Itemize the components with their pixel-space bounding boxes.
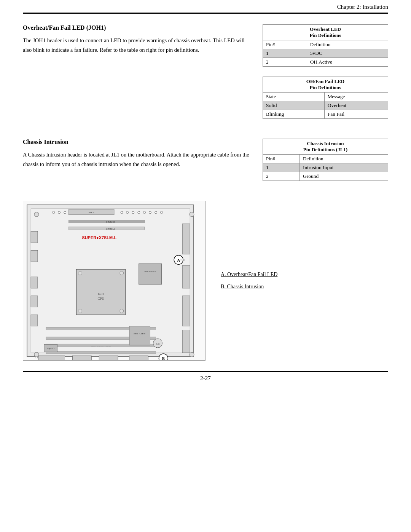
msg-cell: Fan Fail: [324, 110, 388, 119]
table-row: Solid Overheat: [263, 101, 388, 110]
pin-num: 1: [263, 163, 300, 172]
state-cell: Blinking: [263, 110, 325, 119]
table-row: 1 Intrusion Input: [263, 163, 388, 172]
svg-text:B: B: [162, 356, 165, 360]
page-number: 2-27: [200, 375, 211, 381]
svg-rect-38: [182, 265, 190, 288]
svg-point-8: [126, 211, 129, 214]
svg-rect-36: [46, 351, 156, 354]
section-chassis-right: Chassis Intrusion Pin Definitions (JL1) …: [263, 139, 388, 187]
svg-point-6: [64, 211, 66, 214]
svg-point-26: [120, 309, 124, 313]
msg-cell: Overheat: [324, 101, 388, 110]
fanfail-col-state: State: [263, 93, 325, 101]
page-header: Chapter 2: Installation: [23, 0, 388, 14]
pin-num: 1: [263, 49, 307, 58]
svg-point-10: [138, 211, 140, 214]
section-chassis-left: Chassis Intrusion A Chassis Intrusion he…: [23, 139, 251, 187]
svg-rect-47: [73, 356, 92, 360]
svg-point-25: [78, 309, 82, 313]
svg-point-4: [53, 211, 55, 214]
svg-text:PWR: PWR: [89, 211, 94, 214]
motherboard-diagram: PWR DIMM1B DIMM1A SUP: [23, 201, 206, 361]
svg-point-9: [132, 211, 134, 214]
page-footer: 2-27: [23, 371, 388, 382]
svg-rect-27: [139, 264, 162, 284]
svg-point-7: [121, 211, 123, 214]
svg-point-57: [190, 212, 194, 217]
svg-rect-45: [31, 315, 38, 326]
svg-text:Clock: Clock: [180, 259, 185, 261]
table-row: 2 OH Active: [263, 58, 388, 67]
svg-rect-49: [129, 356, 148, 360]
table-row: Blinking Fan Fail: [263, 110, 388, 119]
svg-point-5: [58, 211, 61, 214]
svg-rect-41: [31, 232, 38, 243]
section-overheat: Overheat/Fan Fail LED (JOH1) The JOH1 he…: [23, 24, 388, 125]
svg-text:JL1: JL1: [35, 356, 38, 359]
svg-text:Intel 945GC: Intel 945GC: [143, 270, 157, 273]
svg-rect-40: [182, 330, 190, 353]
section-overheat-left: Overheat/Fan Fail LED (JOH1) The JOH1 he…: [23, 24, 251, 125]
chassis-col-pin: Pin#: [263, 155, 300, 163]
svg-text:Super IO: Super IO: [47, 347, 54, 350]
svg-text:Intel: Intel: [98, 292, 104, 296]
svg-rect-39: [182, 296, 190, 326]
section-overheat-right: Overheat LED Pin Definitions Pin# Defini…: [263, 24, 388, 125]
svg-rect-48: [99, 356, 118, 360]
motherboard-svg: PWR DIMM1B DIMM1A SUP: [23, 201, 205, 360]
overheat-body: The JOH1 header is used to connect an LE…: [23, 36, 251, 54]
svg-rect-43: [31, 277, 38, 288]
label-a: A. Overheat/Fan Fail LED: [221, 272, 388, 278]
pin-num: 2: [263, 172, 300, 181]
pin-def: Intrusion Input: [300, 163, 388, 172]
chassis-col-def: Definition: [300, 155, 388, 163]
svg-rect-42: [31, 250, 38, 262]
svg-point-23: [78, 271, 82, 275]
overheat-heading: Overheat/Fan Fail LED (JOH1): [23, 24, 251, 31]
svg-text:SUPER●X7SLM-L: SUPER●X7SLM-L: [82, 235, 116, 240]
svg-point-12: [149, 211, 151, 214]
fanfail-table: State Message Solid Overheat Blinking Fa…: [263, 92, 388, 119]
table-row: 1 5vDC: [263, 49, 388, 58]
fanfail-col-msg: Message: [324, 93, 388, 101]
page: Chapter 2: Installation Overheat/Fan Fai…: [0, 0, 411, 532]
chassis-table-title: Chassis Intrusion Pin Definitions (JL1): [263, 139, 388, 154]
svg-text:Intel ICH7S: Intel ICH7S: [134, 332, 146, 335]
svg-rect-44: [31, 296, 38, 307]
svg-point-56: [34, 212, 39, 217]
svg-point-59: [190, 352, 194, 357]
svg-text:DIMM1B: DIMM1B: [106, 221, 115, 223]
chassis-heading: Chassis Intrusion: [23, 139, 251, 145]
pin-def: Ground: [300, 172, 388, 181]
pin-num: 2: [263, 58, 307, 67]
svg-point-14: [160, 211, 162, 214]
chapter-title: Chapter 2: Installation: [337, 4, 388, 10]
bottom-section: PWR DIMM1B DIMM1A SUP: [23, 201, 388, 361]
svg-text:DIMM1A: DIMM1A: [106, 228, 115, 230]
overheat-led-table: Pin# Definition 1 5vDC 2 OH Active: [263, 40, 388, 67]
svg-rect-50: [129, 326, 150, 345]
overheat-col-pin: Pin#: [263, 40, 307, 49]
chassis-body: A Chassis Intrusion header is located at…: [23, 150, 251, 169]
section-chassis: Chassis Intrusion A Chassis Intrusion he…: [23, 139, 388, 187]
pin-def: OH Active: [307, 58, 388, 67]
svg-text:CPU: CPU: [97, 297, 104, 300]
svg-text:A: A: [177, 258, 180, 262]
svg-rect-46: [38, 356, 65, 360]
svg-point-24: [120, 271, 124, 275]
overheat-col-def: Definition: [307, 40, 388, 49]
diagram-labels: A. Overheat/Fan Fail LED B. Chassis Intr…: [217, 201, 388, 361]
label-b: B. Chassis Intrusion: [221, 284, 388, 290]
state-cell: Solid: [263, 101, 325, 110]
chassis-table: Pin# Definition 1 Intrusion Input 2 Grou…: [263, 154, 388, 181]
fanfail-table-title: OH/Fan Fail LED Pin Definitions: [263, 77, 388, 92]
svg-text:Batt: Batt: [156, 343, 159, 345]
svg-rect-37: [182, 224, 190, 254]
svg-point-13: [155, 211, 157, 214]
overheat-table-title: Overheat LED Pin Definitions: [263, 24, 388, 40]
table-row: 2 Ground: [263, 172, 388, 181]
svg-point-11: [143, 211, 146, 214]
pin-def: 5vDC: [307, 49, 388, 58]
